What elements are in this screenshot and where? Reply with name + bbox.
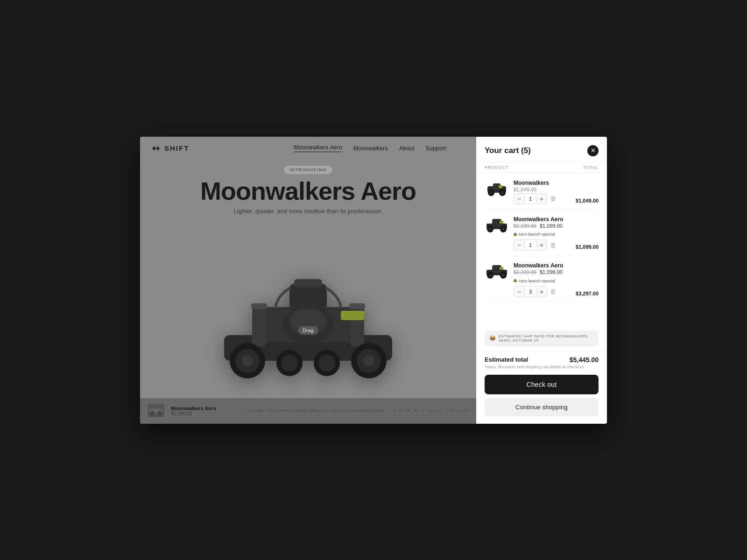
col-total-label: TOTAL [583,165,599,170]
nav-links: Moonwalkers Aero Moonwalkers About Suppo… [294,144,446,152]
hero-title: Moonwalkers Aero [140,178,476,204]
bottom-product-info: Moonwalkers Aero $1,199.00 [171,406,240,416]
stars-area[interactable]: ★ ★ ★ ★ ★ LEAVE A REVIEW [393,408,469,413]
svg-point-46 [493,266,499,272]
cart-item-name-3: Moonwalkers Aero [514,262,599,269]
svg-rect-2 [252,305,266,347]
svg-rect-20 [294,279,322,287]
navbar: SHIFT Moonwalkers Aero Moonwalkers About… [140,137,476,160]
svg-point-14 [363,355,374,366]
svg-point-11 [242,355,253,366]
badge-dot-3 [514,279,517,282]
cart-panel: Your cart (5) ✕ PRODUCT TOTAL [476,137,607,424]
delete-item-1[interactable]: 🗑 [550,195,556,202]
svg-point-28 [500,191,504,195]
qty-row-2: − 1 + 🗑 $1,099.00 [514,239,599,251]
qty-controls-1: − 1 + [514,193,547,204]
ship-icon: 📦 [489,335,496,341]
logo-icon [151,145,162,152]
star-4: ★ [414,408,418,413]
item-total-1: $1,049.00 [572,198,599,204]
delete-item-2[interactable]: 🗑 [550,242,556,249]
nav-link-support[interactable]: Support [426,145,446,152]
qty-value-2: 1 [524,241,536,249]
cart-item-price-1: $1,049.00 [514,187,599,192]
cart-close-button[interactable]: ✕ [587,145,599,156]
qty-controls-3: − 3 + [514,286,547,297]
qty-decrease-2[interactable]: − [514,240,524,250]
cart-item-thumb-1 [485,180,509,198]
qty-value-1: 1 [524,195,536,203]
bottom-product-name: Moonwalkers Aero [171,406,240,411]
svg-point-26 [489,191,493,195]
svg-rect-8 [341,311,364,320]
review-label[interactable]: LEAVE A REVIEW [428,408,469,413]
cart-item-info-1: Moonwalkers $1,049.00 − 1 + 🗑 $1,049.00 [514,180,599,204]
svg-point-16 [281,355,298,371]
cart-item: Moonwalkers Aero $1,199.00 $1,099.00 Aer… [485,210,599,256]
qty-decrease-3[interactable]: − [514,287,524,297]
estimated-total-row: Estimated total $5,445.00 [485,356,599,364]
cart-footer: Estimated total $5,445.00 Taxes, discoun… [476,351,607,424]
qty-row-1: − 1 + 🗑 $1,049.00 [514,193,599,204]
qty-decrease-1[interactable]: − [514,194,524,204]
svg-rect-3 [251,303,267,309]
nav-link-moonwalkers-aero[interactable]: Moonwalkers Aero [294,144,342,152]
cart-item-thumb-2 [485,216,509,235]
nav-link-about[interactable]: About [399,145,415,152]
svg-point-33 [488,227,492,231]
cart-title: Your cart (5) [485,146,531,155]
bottom-thumb-icon [148,404,164,417]
qty-increase-2[interactable]: + [536,240,547,250]
nav-link-moonwalkers[interactable]: Moonwalkers [353,145,388,152]
cart-item-info-3: Moonwalkers Aero $1,199.00 $1,099.00 Aer… [514,262,599,297]
col-product-label: PRODUCT [485,165,509,170]
ship-date-banner: 📦 ESTIMATED SHIP DATE FOR MOONWALKERS AE… [485,330,599,346]
star-2: ★ [400,408,404,413]
hero-subtitle: Lighter, quieter, and more intuitive tha… [140,208,476,215]
svg-point-23 [157,411,162,416]
svg-point-22 [150,411,155,416]
svg-point-41 [488,273,492,277]
cart-header: Your cart (5) ✕ [476,137,607,162]
qty-increase-3[interactable]: + [536,287,547,297]
product-image-area[interactable]: Drag [196,265,420,396]
bottom-bar: Moonwalkers Aero $1,199.00 From $87.27/m… [140,398,476,424]
continue-shopping-button[interactable]: Continue shopping [485,398,599,416]
cart-item-image-1 [485,180,509,198]
logo-text: SHIFT [164,144,189,152]
cart-item-thumb-3 [485,262,509,281]
qty-row-3: − 3 + 🗑 $3,297.00 [514,286,599,297]
svg-rect-45 [500,267,503,270]
cart-item-badge-2: Aero launch special [514,232,555,237]
tax-note: Taxes, discounts and shipping calculated… [485,364,599,369]
item-total-2: $1,099.00 [572,244,599,251]
badge-dot-2 [514,233,517,236]
svg-point-38 [493,220,499,225]
cart-item: Moonwalkers Aero $1,199.00 $1,099.00 Aer… [485,256,599,302]
cart-item-badge-3: Aero launch special [514,279,555,283]
qty-increase-1[interactable]: + [536,194,547,204]
badge-label-2: Aero launch special [518,232,555,237]
cart-item: Moonwalkers $1,049.00 − 1 + 🗑 $1,049.00 [485,173,599,210]
cart-item-name-1: Moonwalkers [514,180,599,186]
cart-item-price-2: $1,199.00 $1,099.00 [514,223,599,229]
cart-item-image-3 [485,262,509,281]
introducing-badge: INTRODUCING [284,166,332,174]
delete-item-3[interactable]: 🗑 [550,288,556,295]
svg-point-43 [501,273,505,277]
checkout-button[interactable]: Check out [485,375,599,394]
browser-window: SHIFT Moonwalkers Aero Moonwalkers About… [140,137,607,424]
svg-rect-19 [289,284,327,309]
ship-banner-text: ESTIMATED SHIP DATE FOR MOONWALKERS AERO… [499,334,594,343]
svg-rect-37 [500,221,503,224]
qty-value-3: 3 [524,288,536,295]
cart-item-price-3: $1,199.00 $1,099.00 [514,269,599,275]
svg-point-18 [318,355,335,371]
star-1: ★ [393,408,397,413]
svg-rect-5 [349,303,365,309]
bottom-product-thumb [148,404,164,417]
svg-point-35 [501,227,505,231]
estimated-total-label: Estimated total [485,356,528,363]
item-total-3: $3,297.00 [572,291,599,297]
